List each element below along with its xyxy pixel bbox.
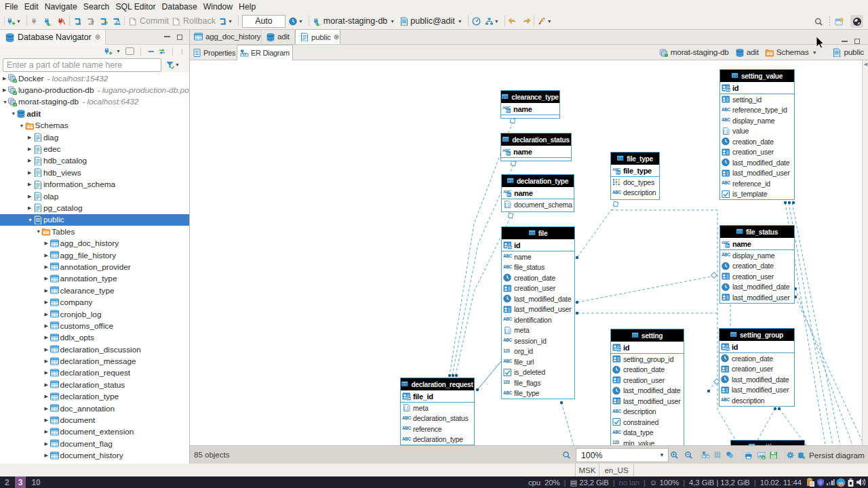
svg-text:95: 95 <box>838 481 844 485</box>
